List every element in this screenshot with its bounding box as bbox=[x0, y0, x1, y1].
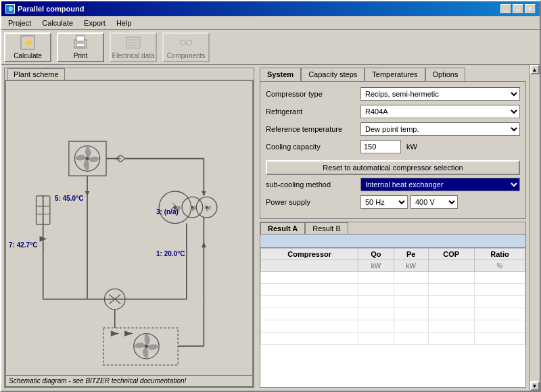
tab-options[interactable]: Options bbox=[425, 68, 466, 81]
col-compressor-header: Compressor bbox=[261, 249, 358, 260]
svg-text:⚡: ⚡ bbox=[22, 37, 34, 49]
main-content: Plant scheme bbox=[1, 65, 540, 391]
result-tab-bar: Result A Result B bbox=[260, 222, 525, 235]
minimize-button[interactable]: _ bbox=[500, 4, 511, 14]
schematic-note: Schematic diagram - see BITZER technical… bbox=[6, 375, 252, 386]
cooling-capacity-label: Cooling capacity bbox=[266, 143, 360, 151]
result-table: Compressor Qo Pe COP Ratio kW kW bbox=[260, 248, 525, 345]
refrigerant-select[interactable]: R404A R134a R407C R410A R22 bbox=[360, 105, 520, 118]
components-label: Components bbox=[167, 52, 206, 59]
left-panel: Plant scheme bbox=[4, 68, 254, 388]
svg-marker-47 bbox=[111, 330, 119, 336]
col-pe-header: Pe bbox=[394, 249, 428, 260]
temp-label-7: 7: 42.7°C bbox=[9, 241, 37, 249]
svg-rect-3 bbox=[76, 36, 85, 41]
col-ratio-header: Ratio bbox=[474, 249, 525, 260]
subcooling-label: sub-cooling method bbox=[266, 180, 360, 189]
system-tab-area: System Capacity steps Temperatures Optio… bbox=[260, 68, 526, 219]
tab-temperatures[interactable]: Temperatures bbox=[364, 68, 425, 81]
result-tab-a[interactable]: Result A bbox=[260, 222, 305, 234]
result-tab-b[interactable]: Result B bbox=[305, 222, 348, 234]
toolbar: ⚡ Calculate Print bbox=[1, 30, 540, 65]
menu-help[interactable]: Help bbox=[112, 18, 136, 28]
main-window: ⚙ Parallel compound _ □ ✕ Project Calcul… bbox=[0, 0, 541, 392]
right-panel: System Capacity steps Temperatures Optio… bbox=[260, 68, 526, 388]
col-cop-header: COP bbox=[428, 249, 474, 260]
print-icon bbox=[72, 34, 89, 51]
compressor-type-label: Compressor type bbox=[266, 90, 360, 98]
table-row bbox=[261, 320, 525, 333]
col-qo-unit: kW bbox=[358, 260, 394, 272]
svg-marker-52 bbox=[202, 242, 206, 247]
ref-temp-label: Reference temperature bbox=[266, 125, 360, 133]
col-compressor-unit bbox=[261, 260, 358, 272]
table-row bbox=[261, 296, 525, 308]
compressor-type-select[interactable]: Recips, semi-hermetic Recips, open type … bbox=[360, 87, 520, 101]
table-row bbox=[261, 284, 525, 296]
result-section: Result A Result B Compressor bbox=[260, 222, 526, 388]
cooling-capacity-row: Cooling capacity kW bbox=[266, 140, 520, 153]
temp-label-1: 1: 20.0°C bbox=[156, 250, 185, 258]
menu-calculate[interactable]: Calculate bbox=[38, 18, 77, 28]
title-bar: ⚙ Parallel compound _ □ ✕ bbox=[1, 1, 540, 16]
print-button[interactable]: Print bbox=[57, 32, 104, 62]
reset-button[interactable]: Reset to automatical compressor selectio… bbox=[266, 160, 520, 175]
print-label: Print bbox=[74, 52, 88, 59]
plant-scheme-tab-label: Plant scheme bbox=[7, 68, 65, 80]
menu-project[interactable]: Project bbox=[4, 18, 35, 28]
electrical-data-label: Electrical data bbox=[112, 52, 155, 59]
app-icon: ⚙ bbox=[5, 4, 15, 14]
col-cop-unit bbox=[428, 260, 474, 272]
window-title: Parallel compound bbox=[18, 5, 84, 13]
svg-point-33 bbox=[191, 206, 193, 209]
svg-point-35 bbox=[205, 206, 208, 209]
power-supply-row: Power supply 50 Hz 60 Hz 400 V 460 V 230… bbox=[266, 195, 520, 209]
svg-point-9 bbox=[180, 40, 185, 45]
tab-system[interactable]: System bbox=[260, 68, 301, 81]
table-row bbox=[261, 308, 525, 320]
scroll-down-button[interactable]: ▼ bbox=[530, 381, 540, 391]
subcooling-row: sub-cooling method Internal heat exchang… bbox=[266, 178, 520, 191]
cooling-capacity-input[interactable] bbox=[360, 140, 401, 153]
menu-export[interactable]: Export bbox=[80, 18, 110, 28]
compressor-type-control: Recips, semi-hermetic Recips, open type … bbox=[360, 87, 520, 101]
close-button[interactable]: ✕ bbox=[525, 4, 536, 14]
right-scrollbar[interactable]: ▲ ▼ bbox=[529, 65, 540, 391]
menu-bar: Project Calculate Export Help bbox=[1, 16, 540, 30]
result-header-highlight bbox=[260, 235, 525, 248]
scroll-up-button[interactable]: ▲ bbox=[530, 65, 540, 74]
cooling-capacity-unit: kW bbox=[406, 143, 417, 151]
temp-label-5: 5: 45.0°C bbox=[55, 195, 83, 202]
svg-rect-4 bbox=[76, 43, 85, 47]
tab-capacity-steps[interactable]: Capacity steps bbox=[301, 68, 364, 81]
calculate-icon: ⚡ bbox=[20, 34, 36, 51]
result-table-container[interactable]: Compressor Qo Pe COP Ratio kW kW bbox=[260, 248, 525, 387]
maximize-button[interactable]: □ bbox=[513, 4, 523, 14]
result-content: Compressor Qo Pe COP Ratio kW kW bbox=[260, 235, 525, 387]
plant-scheme-content: 5: 45.0°C 7: 42.7°C 3: (n/a) 1: 20.0°C 8… bbox=[5, 80, 254, 387]
svg-point-45 bbox=[145, 345, 148, 348]
ref-temp-select[interactable]: Dew point temp. Bubble point temp. Mean … bbox=[360, 122, 520, 136]
schematic-diagram: 5: 45.0°C 7: 42.7°C 3: (n/a) 1: 20.0°C 8… bbox=[6, 81, 252, 386]
col-pe-unit: kW bbox=[394, 260, 428, 272]
calculate-button[interactable]: ⚡ Calculate bbox=[4, 32, 51, 62]
table-row bbox=[261, 272, 525, 284]
power-supply-label: Power supply bbox=[266, 198, 360, 206]
table-row bbox=[261, 333, 525, 345]
power-hz-select[interactable]: 50 Hz 60 Hz bbox=[360, 195, 408, 209]
power-v-select[interactable]: 400 V 460 V 230 V bbox=[410, 195, 458, 209]
svg-marker-20 bbox=[202, 191, 206, 196]
compressor-type-row: Compressor type Recips, semi-hermetic Re… bbox=[266, 87, 520, 101]
plant-scheme-tab[interactable]: Plant scheme bbox=[5, 68, 254, 80]
subcooling-select[interactable]: Internal heat exchanger None External su… bbox=[360, 178, 520, 191]
cooling-capacity-control: kW bbox=[360, 140, 520, 153]
components-icon bbox=[178, 34, 194, 51]
ref-temp-row: Reference temperature Dew point temp. Bu… bbox=[266, 122, 520, 136]
svg-marker-21 bbox=[85, 191, 90, 196]
title-buttons: _ □ ✕ bbox=[500, 4, 536, 14]
temp-label-3: 3: (n/a) bbox=[156, 208, 179, 216]
calculate-label: Calculate bbox=[14, 52, 42, 59]
electrical-icon bbox=[125, 34, 141, 51]
col-qo-header: Qo bbox=[358, 249, 394, 260]
svg-marker-49 bbox=[124, 330, 133, 336]
